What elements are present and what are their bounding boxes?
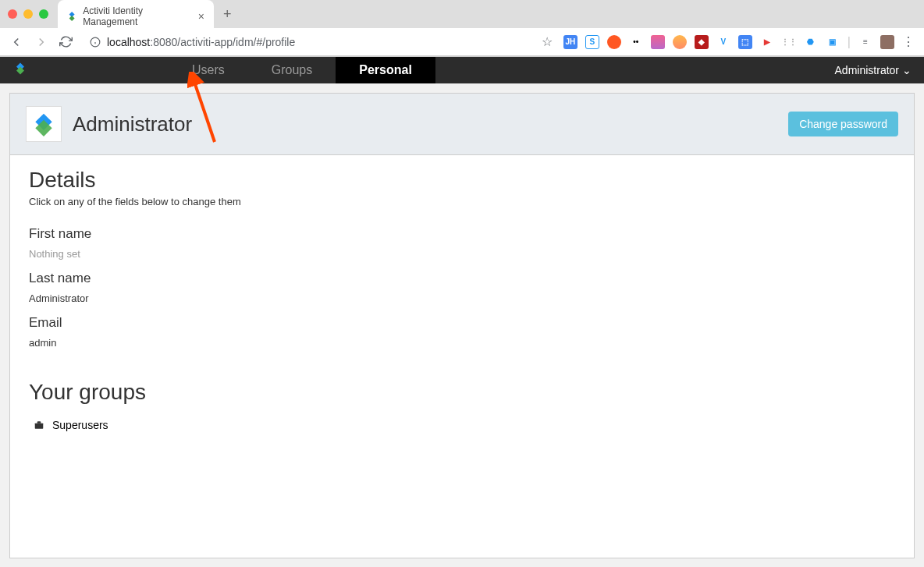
extension-icon[interactable]: JH — [563, 35, 578, 49]
extension-icon[interactable] — [651, 35, 665, 49]
nav-tab-groups[interactable]: Groups — [248, 57, 336, 83]
briefcase-icon — [34, 420, 44, 431]
profile-card: Administrator Change password Details Cl… — [9, 93, 915, 558]
url-input[interactable]: localhost:8080/activiti-app/idm/#/profil… — [84, 33, 531, 51]
first-name-value[interactable]: Nothing set — [29, 248, 895, 260]
bookmark-star-icon[interactable]: ☆ — [542, 34, 553, 49]
extension-icon[interactable]: ▣ — [826, 35, 840, 49]
site-info-icon — [90, 37, 101, 48]
extension-icon[interactable]: ▶ — [760, 35, 774, 49]
window-minimize-button[interactable] — [23, 9, 33, 19]
extension-icons: JH S •• ◆ V ⬚ ▶ ⋮⋮ ⬣ ▣ | ≡ ⋮ — [563, 34, 915, 49]
address-bar: localhost:8080/activiti-app/idm/#/profil… — [0, 28, 924, 56]
window-controls — [8, 9, 48, 19]
user-avatar[interactable] — [880, 35, 894, 49]
url-port: :8080 — [150, 36, 177, 48]
extension-icon[interactable]: V — [716, 35, 730, 49]
chevron-down-icon: ⌄ — [902, 64, 912, 76]
forward-button[interactable] — [34, 35, 48, 49]
extension-icon[interactable]: ⬣ — [804, 35, 818, 49]
user-menu-label: Administrator — [835, 64, 899, 76]
last-name-value[interactable]: Administrator — [29, 292, 895, 304]
details-section-title: Details — [29, 168, 895, 193]
group-name: Superusers — [52, 419, 108, 431]
nav-tab-users[interactable]: Users — [169, 57, 248, 83]
extension-icon[interactable]: S — [585, 35, 599, 49]
groups-section-title: Your groups — [29, 380, 895, 405]
extension-icon[interactable] — [673, 35, 687, 49]
tab-title: Activiti Identity Management — [83, 5, 186, 27]
back-button[interactable] — [9, 35, 23, 49]
tab-favicon — [67, 11, 76, 22]
profile-title: Administrator — [73, 112, 192, 136]
browser-tab-bar: Activiti Identity Management × + — [0, 0, 924, 28]
browser-menu-icon[interactable]: ⋮ — [902, 34, 915, 49]
profile-avatar — [26, 106, 62, 142]
card-header: Administrator Change password — [10, 94, 914, 155]
svg-rect-9 — [35, 423, 44, 429]
first-name-label: First name — [29, 226, 895, 242]
group-item: Superusers — [29, 416, 895, 434]
last-name-label: Last name — [29, 271, 895, 286]
email-value[interactable]: admin — [29, 337, 895, 349]
url-path: /activiti-app/idm/#/profile — [177, 36, 295, 48]
user-menu[interactable]: Administrator ⌄ — [835, 64, 912, 76]
nav-tab-personal[interactable]: Personal — [336, 57, 435, 83]
window-maximize-button[interactable] — [39, 9, 48, 19]
extension-icon[interactable] — [607, 35, 621, 49]
app-navbar: Users Groups Personal Administrator ⌄ — [0, 57, 924, 83]
browser-chrome: Activiti Identity Management × + localho… — [0, 0, 924, 57]
content-wrapper: Administrator Change password Details Cl… — [0, 83, 924, 567]
extension-icon[interactable]: ⋮⋮ — [782, 35, 796, 49]
extension-icon[interactable]: ◆ — [695, 35, 709, 49]
app-logo[interactable] — [12, 61, 28, 80]
email-label: Email — [29, 315, 895, 331]
card-body: Details Click on any of the fields below… — [10, 155, 914, 447]
reload-button[interactable] — [59, 35, 73, 48]
window-close-button[interactable] — [8, 9, 17, 19]
tab-close-button[interactable]: × — [198, 10, 204, 23]
url-host: localhost — [107, 36, 150, 48]
svg-rect-1 — [69, 15, 75, 20]
extension-icon[interactable]: •• — [629, 35, 643, 49]
browser-tab[interactable]: Activiti Identity Management × — [58, 0, 214, 33]
details-section-hint: Click on any of the fields below to chan… — [29, 196, 895, 207]
reading-list-icon[interactable]: ≡ — [858, 35, 872, 49]
extension-icon[interactable]: ⬚ — [738, 35, 752, 49]
change-password-button[interactable]: Change password — [788, 112, 898, 136]
new-tab-button[interactable]: + — [223, 6, 232, 23]
